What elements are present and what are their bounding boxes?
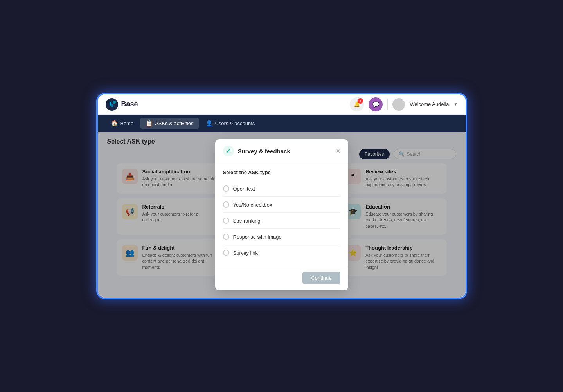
modal-header-left: ✓ Survey & feedback	[223, 146, 290, 156]
modal-check-icon: ✓	[223, 146, 234, 156]
asks-icon: 📋	[146, 120, 153, 126]
modal-footer: Continue	[215, 267, 348, 290]
radio-yes-no[interactable]	[223, 201, 229, 208]
ask-label-yes-no: Yes/No checkbox	[233, 202, 272, 208]
users-icon: 👤	[206, 120, 212, 126]
nav-asks-label: ASKs & activities	[155, 120, 193, 126]
ask-label-response-image: Response with image	[233, 234, 282, 240]
navbar: 🏠 Home 📋 ASKs & activities 👤 Users & acc…	[98, 115, 466, 132]
radio-survey-link[interactable]	[223, 250, 229, 256]
chat-icon: 💬	[372, 101, 379, 108]
topbar-right: 🔔 1 💬 Welcome Audelia ▼	[350, 97, 457, 111]
svg-point-1	[113, 101, 116, 104]
nav-users-label: Users & accounts	[215, 120, 255, 126]
notification-badge: 1	[358, 98, 363, 104]
ask-label-star-ranking: Star ranking	[233, 218, 261, 224]
radio-star-ranking[interactable]	[223, 218, 229, 224]
notification-button[interactable]: 🔔 1	[350, 97, 364, 111]
modal-header: ✓ Survey & feedback ×	[215, 139, 348, 163]
divider	[387, 99, 388, 110]
ask-option-star-ranking[interactable]: Star ranking	[223, 213, 340, 229]
nav-item-asks[interactable]: 📋 ASKs & activities	[140, 118, 199, 129]
modal-title: Survey & feedback	[238, 148, 290, 155]
logo-icon	[106, 98, 118, 111]
ask-option-yes-no[interactable]: Yes/No checkbox	[223, 197, 340, 213]
logo-area: Base	[106, 98, 138, 111]
ask-option-open-text[interactable]: Open text	[223, 181, 340, 197]
topbar: Base 🔔 1 💬 Welcome Audelia ▼	[98, 94, 466, 115]
ask-label-open-text: Open text	[233, 186, 255, 192]
chevron-down-icon[interactable]: ▼	[454, 102, 458, 106]
main-area: Select ASK type Favorites 🔍 Search 📤 Soc…	[98, 132, 466, 298]
ask-option-response-image[interactable]: Response with image	[223, 229, 340, 245]
ask-label-survey-link: Survey link	[233, 250, 258, 256]
chat-button[interactable]: 💬	[369, 97, 383, 111]
modal-close-button[interactable]: ×	[336, 147, 340, 155]
screen-wrapper: Base 🔔 1 💬 Welcome Audelia ▼ 🏠 Home 📋 AS…	[98, 94, 466, 298]
welcome-text: Welcome Audelia	[410, 101, 449, 107]
nav-item-home[interactable]: 🏠 Home	[106, 118, 139, 129]
home-icon: 🏠	[111, 120, 118, 126]
nav-home-label: Home	[120, 120, 134, 126]
continue-button[interactable]: Continue	[302, 272, 340, 284]
avatar	[392, 98, 405, 111]
logo-text: Base	[121, 100, 138, 108]
modal-body: Select the ASK type Open text Yes/No che…	[215, 163, 348, 267]
nav-item-users[interactable]: 👤 Users & accounts	[200, 118, 260, 129]
modal-subtitle: Select the ASK type	[223, 169, 340, 175]
modal: ✓ Survey & feedback × Select the ASK typ…	[215, 139, 348, 290]
ask-option-survey-link[interactable]: Survey link	[223, 245, 340, 261]
radio-response-image[interactable]	[223, 234, 229, 240]
radio-open-text[interactable]	[223, 185, 229, 192]
modal-overlay[interactable]: ✓ Survey & feedback × Select the ASK typ…	[98, 132, 466, 298]
